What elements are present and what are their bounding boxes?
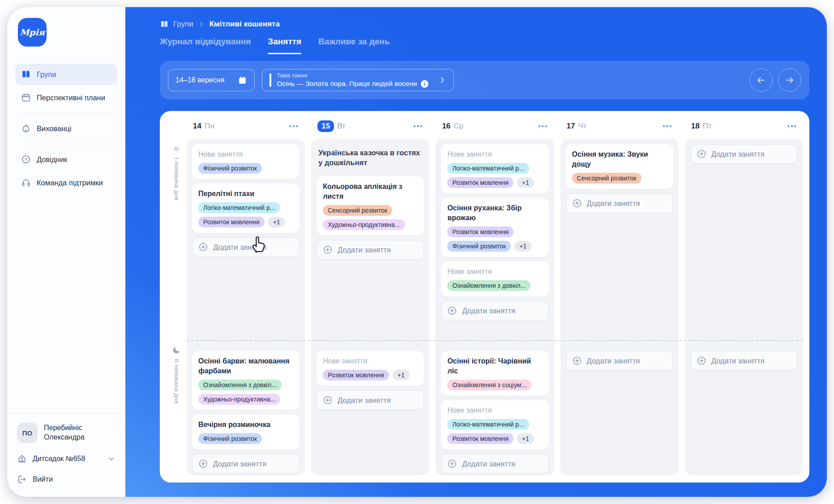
add-lesson-button[interactable]: Додати заняття xyxy=(192,237,299,257)
book-icon xyxy=(21,69,31,79)
first-half-section: Нове заняття Логіко-математичний р... Ро… xyxy=(441,144,548,340)
previous-week-button[interactable] xyxy=(749,68,773,92)
lesson-card[interactable]: Нове заняття Логіко-математичний р... Ро… xyxy=(441,400,548,449)
breadcrumb: Групи Кмітливі кошенята xyxy=(160,19,809,30)
day-header-row: 14 Пн 15 Вт 16 Ср 17 Чт xyxy=(160,111,809,139)
breadcrumb-root[interactable]: Групи xyxy=(173,20,193,29)
user-second-line: Олександра xyxy=(44,433,85,442)
calendar-icon xyxy=(21,93,31,103)
day-date: 17 xyxy=(567,122,575,131)
next-week-button[interactable] xyxy=(778,68,801,92)
tag-extra-count: +1 xyxy=(393,370,410,380)
org-selector[interactable]: Дитсадок №658 xyxy=(17,454,115,464)
add-lesson-button[interactable]: Додати заняття xyxy=(566,193,673,213)
second-half-label: ІІ половина дня xyxy=(173,359,180,404)
add-lesson-button[interactable]: Додати заняття xyxy=(441,301,548,320)
user-first-line: Перебийніс xyxy=(44,423,85,433)
lesson-card-ghost[interactable]: Українська казочка в гостях у дошкільнят xyxy=(316,144,424,174)
main-area: Групи Кмітливі кошенята Журнал відвідува… xyxy=(125,7,827,497)
lesson-title: Перелітні птахи xyxy=(198,189,293,199)
sidebar-item-groups[interactable]: Групи xyxy=(15,64,117,85)
day-menu-button[interactable] xyxy=(288,123,299,130)
sidebar-item-plans[interactable]: Перспективні плани xyxy=(15,87,117,108)
day-columns: Нове заняття Фізичний розвиток Перелітні… xyxy=(187,139,803,475)
first-half-section: Українська казочка в гостях у дошкільнят… xyxy=(316,144,424,340)
moon-icon xyxy=(172,346,181,355)
tab-important[interactable]: Важливе за день xyxy=(318,37,390,50)
tab-lessons[interactable]: Заняття xyxy=(268,37,301,50)
day-header-thu: 17 Чт xyxy=(560,122,679,131)
add-lesson-button[interactable]: Додати заняття xyxy=(316,240,424,260)
lesson-title: Вечірня розминочка xyxy=(198,420,293,430)
day-column-fri: Додати заняття Додати заняття xyxy=(685,139,803,475)
add-lesson-button[interactable]: Додати заняття xyxy=(316,390,424,410)
week-theme-button[interactable]: Тема тижня Осінь — Золота пора. Праця лю… xyxy=(262,69,453,91)
sidebar-item-support[interactable]: Команда підтримки xyxy=(15,172,117,193)
lessons-board: 14 Пн 15 Вт 16 Ср 17 Чт xyxy=(160,111,809,483)
lesson-card[interactable]: Осінні барви: малювання фарбами Ознайомл… xyxy=(192,351,299,410)
svg-text:?: ? xyxy=(25,157,27,162)
app-logo-text: Мрія xyxy=(20,27,45,37)
first-half-section: Додати заняття xyxy=(690,144,798,340)
lesson-card[interactable]: Нове заняття Розвиток мовлення +1 xyxy=(316,351,424,386)
lesson-card[interactable]: Вечірня розминочка Фізичний розвиток xyxy=(192,414,299,449)
day-header-tue-selected: 15 Вт xyxy=(311,120,429,132)
lesson-card[interactable]: Кольорова аплікація з листя Сенсорний ро… xyxy=(316,176,424,235)
sun-icon xyxy=(172,144,181,153)
add-lesson-button[interactable]: Додати заняття xyxy=(566,351,673,371)
lesson-title: Нове заняття xyxy=(447,267,542,277)
date-range-picker[interactable]: 14–18 вересня xyxy=(168,69,255,91)
lesson-tag: Розвиток мовлення xyxy=(198,217,265,227)
plus-circle-icon xyxy=(323,245,333,255)
week-navigation xyxy=(749,68,801,92)
day-column-wed: Нове заняття Логіко-математичний р... Ро… xyxy=(436,139,554,475)
plus-circle-icon xyxy=(447,459,457,469)
add-lesson-label: Додати заняття xyxy=(462,460,515,468)
lesson-card[interactable]: Осіння музика: Звуки дощу Сенсорний розв… xyxy=(566,144,673,189)
lesson-tag: Фізичний розвиток xyxy=(198,163,262,174)
sidebar-item-label: Перспективні плани xyxy=(37,94,105,102)
add-lesson-button[interactable]: Додати заняття xyxy=(690,351,798,371)
day-weekday: Пн xyxy=(205,122,214,131)
chevron-right-icon xyxy=(198,21,205,28)
chevron-right-icon xyxy=(438,76,446,84)
lesson-tag: Розвиток мовлення xyxy=(447,433,513,444)
day-menu-button[interactable] xyxy=(413,123,423,130)
sidebar-item-pupils[interactable]: Вихованці xyxy=(15,118,117,139)
add-lesson-label: Додати заняття xyxy=(587,199,640,208)
lesson-card[interactable]: Осіння руханка: Збір врожаю Розвиток мов… xyxy=(441,198,548,257)
lesson-card[interactable]: Нове заняття Ознайомлення з довкіл... xyxy=(441,261,548,296)
lesson-card[interactable]: Нове заняття Фізичний розвиток xyxy=(192,144,299,179)
tab-attendance-journal[interactable]: Журнал відвідування xyxy=(160,37,251,50)
lesson-tag: Фізичний розвиток xyxy=(447,241,511,252)
calendar-icon xyxy=(238,76,247,85)
book-icon xyxy=(160,20,169,29)
day-menu-button[interactable] xyxy=(662,123,672,130)
day-weekday: Вт xyxy=(337,122,346,131)
day-date: 14 xyxy=(193,122,201,131)
day-column-mon: Нове заняття Фізичний розвиток Перелітні… xyxy=(187,139,305,475)
sidebar-item-directory[interactable]: ? Довідник xyxy=(15,149,117,170)
week-theme-block: Тема тижня Осінь — Золота пора. Праця лю… xyxy=(277,73,428,88)
add-lesson-button[interactable]: Додати заняття xyxy=(441,454,548,474)
lesson-card[interactable]: Перелітні птахи Логіко-математичний р...… xyxy=(192,184,299,233)
lesson-tag: Розвиток мовлення xyxy=(447,177,513,188)
plus-circle-icon xyxy=(447,306,457,316)
date-range-label: 14–18 вересня xyxy=(175,76,224,84)
logout-button[interactable]: Вийти xyxy=(17,474,115,484)
plus-circle-icon xyxy=(697,149,706,159)
org-label: Дитсадок №658 xyxy=(33,455,85,463)
day-menu-button[interactable] xyxy=(787,123,797,130)
lesson-title: Осіння музика: Звуки дощу xyxy=(572,149,667,169)
lesson-card[interactable]: Осінні історії: Чарівний ліс Ознайомленн… xyxy=(441,351,548,396)
add-lesson-button[interactable]: Додати заняття xyxy=(192,454,299,474)
add-lesson-label: Додати заняття xyxy=(462,307,515,315)
day-menu-button[interactable] xyxy=(538,123,548,130)
add-lesson-button[interactable]: Додати заняття xyxy=(690,144,798,164)
user-name: Перебийніс Олександра xyxy=(44,423,85,442)
tab-bar: Журнал відвідування Заняття Важливе за д… xyxy=(160,37,809,50)
tag-extra-count: +1 xyxy=(517,177,534,188)
lesson-card[interactable]: Нове заняття Логіко-математичний р... Ро… xyxy=(441,144,548,193)
logout-label: Вийти xyxy=(33,475,53,483)
first-half-section: Осіння музика: Звуки дощу Сенсорний розв… xyxy=(566,144,673,340)
